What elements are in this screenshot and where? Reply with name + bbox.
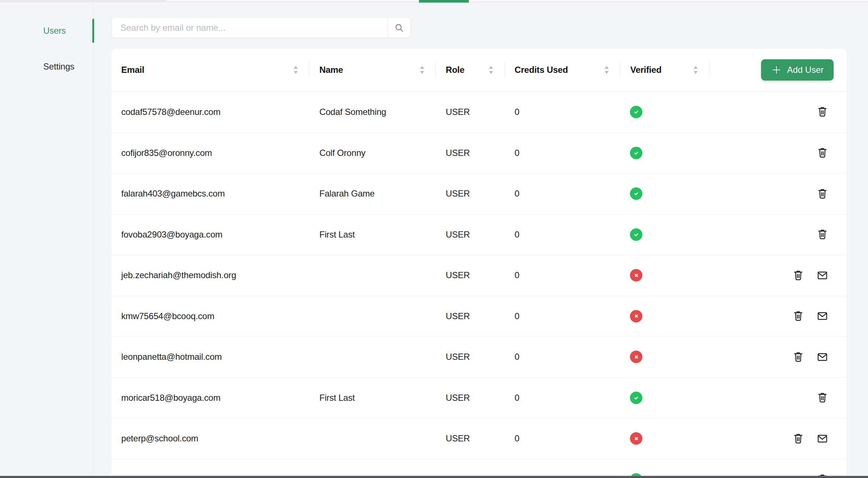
column-header-email[interactable]: Email bbox=[111, 49, 309, 91]
trash-icon bbox=[793, 351, 804, 363]
cell-name: Codaf Something bbox=[309, 92, 436, 132]
column-label: Role bbox=[446, 65, 464, 75]
cell-credits-used: 0 bbox=[505, 133, 620, 173]
mail-icon bbox=[817, 433, 828, 444]
table-row: jeb.zechariah@themodish.org USER 0 bbox=[111, 255, 847, 296]
cell-verified bbox=[620, 214, 709, 255]
cell-actions bbox=[709, 378, 847, 418]
sort-icon[interactable] bbox=[604, 65, 609, 75]
cell-actions bbox=[709, 173, 847, 214]
delete-user-button[interactable] bbox=[816, 228, 828, 241]
column-header-role[interactable]: Role bbox=[436, 49, 505, 91]
resend-verification-email-button[interactable] bbox=[816, 350, 828, 363]
column-header-verified[interactable]: Verified bbox=[620, 49, 709, 91]
search-input[interactable] bbox=[112, 18, 387, 38]
delete-user-button[interactable] bbox=[792, 350, 804, 363]
x-icon bbox=[633, 354, 640, 361]
x-icon bbox=[633, 313, 640, 320]
cell-credits-used: 0 bbox=[505, 214, 620, 255]
add-user-label: Add User bbox=[787, 65, 824, 75]
sort-icon[interactable] bbox=[419, 65, 425, 75]
cell-actions bbox=[709, 296, 847, 337]
sidebar-item-label: Users bbox=[43, 26, 66, 36]
cell-credits-used: 0 bbox=[505, 337, 620, 377]
cell-credits-used: 0 bbox=[505, 418, 620, 459]
trash-icon bbox=[817, 392, 828, 403]
cell-email: kmw75654@bcooq.com bbox=[111, 296, 309, 337]
column-header-credits-used[interactable]: Credits Used bbox=[505, 49, 620, 91]
cell-name: First Last bbox=[309, 214, 436, 255]
admin-users-page: Users Settings Email bbox=[0, 0, 868, 478]
cell-verified bbox=[620, 337, 709, 377]
cell-email: richard.davis@uclmail.net bbox=[111, 459, 309, 478]
cell-name: Richard Davis bbox=[309, 459, 436, 478]
resend-verification-email-button[interactable] bbox=[816, 269, 828, 282]
trash-icon bbox=[793, 270, 804, 281]
sidebar-item-label: Settings bbox=[43, 61, 74, 72]
sidebar-item-settings[interactable]: Settings bbox=[0, 53, 93, 80]
cell-role: USER bbox=[436, 92, 505, 132]
sort-icon[interactable] bbox=[693, 65, 698, 75]
cell-email: leonpanetta@hotmail.com bbox=[111, 337, 309, 377]
plus-icon bbox=[771, 64, 782, 75]
x-icon bbox=[633, 272, 640, 279]
cell-credits-used: 0 bbox=[505, 459, 620, 478]
cell-verified bbox=[620, 173, 709, 214]
loading-progress-indicator bbox=[419, 0, 469, 3]
trash-icon bbox=[817, 147, 828, 158]
column-header-name[interactable]: Name bbox=[309, 49, 436, 91]
delete-user-button[interactable] bbox=[792, 432, 804, 445]
search-icon bbox=[394, 23, 404, 33]
cell-email: peterp@school.com bbox=[111, 418, 309, 459]
sort-icon[interactable] bbox=[488, 65, 494, 75]
table-row: richard.davis@uclmail.net Richard Davis … bbox=[111, 459, 847, 478]
cell-role: USER bbox=[436, 378, 505, 418]
verified-badge bbox=[630, 106, 642, 118]
cell-name: Falarah Game bbox=[309, 173, 436, 214]
check-icon bbox=[633, 149, 640, 157]
column-label: Email bbox=[121, 65, 144, 75]
cell-name bbox=[309, 418, 436, 459]
trash-icon bbox=[793, 433, 804, 444]
page-loading-bar bbox=[0, 0, 868, 2]
mail-icon bbox=[817, 270, 828, 281]
cell-verified bbox=[620, 459, 709, 478]
column-label: Credits Used bbox=[515, 65, 568, 75]
column-label: Verified bbox=[630, 65, 661, 75]
delete-user-button[interactable] bbox=[816, 146, 828, 160]
table-row: kmw75654@bcooq.com USER 0 bbox=[111, 296, 847, 337]
cell-verified bbox=[620, 418, 709, 459]
delete-user-button[interactable] bbox=[792, 310, 804, 323]
cell-actions bbox=[709, 418, 847, 459]
column-header-actions: Add User bbox=[709, 49, 847, 91]
x-icon bbox=[633, 435, 640, 442]
cell-verified bbox=[620, 255, 709, 296]
verified-badge bbox=[630, 392, 642, 404]
cell-credits-used: 0 bbox=[505, 296, 620, 337]
mail-icon bbox=[817, 310, 828, 322]
table-row: moricar518@boyaga.com First Last USER 0 bbox=[111, 377, 847, 418]
sidebar-item-users[interactable]: Users bbox=[0, 18, 93, 44]
delete-user-button[interactable] bbox=[816, 105, 828, 119]
cell-email: codaf57578@deenur.com bbox=[111, 92, 309, 132]
trash-icon bbox=[817, 188, 828, 199]
resend-verification-email-button[interactable] bbox=[816, 432, 828, 445]
cell-verified bbox=[620, 296, 709, 337]
delete-user-button[interactable] bbox=[816, 187, 828, 200]
search-button[interactable] bbox=[387, 18, 411, 38]
cell-email: falarah403@gamebcs.com bbox=[111, 173, 309, 214]
table-row: fovoba2903@boyaga.com First Last USER 0 bbox=[111, 214, 847, 255]
window-bottom-edge bbox=[0, 476, 868, 478]
cell-role: USER bbox=[436, 255, 505, 296]
add-user-button[interactable]: Add User bbox=[761, 59, 834, 81]
unverified-badge bbox=[630, 351, 642, 363]
cell-email: jeb.zechariah@themodish.org bbox=[111, 255, 309, 296]
main-content: Email Name Role bbox=[93, 3, 868, 478]
mail-icon bbox=[817, 351, 828, 363]
delete-user-button[interactable] bbox=[792, 269, 804, 282]
resend-verification-email-button[interactable] bbox=[816, 310, 828, 323]
sort-icon[interactable] bbox=[293, 65, 298, 75]
delete-user-button[interactable] bbox=[816, 391, 828, 404]
cell-verified bbox=[620, 133, 709, 173]
verified-badge bbox=[630, 147, 642, 159]
